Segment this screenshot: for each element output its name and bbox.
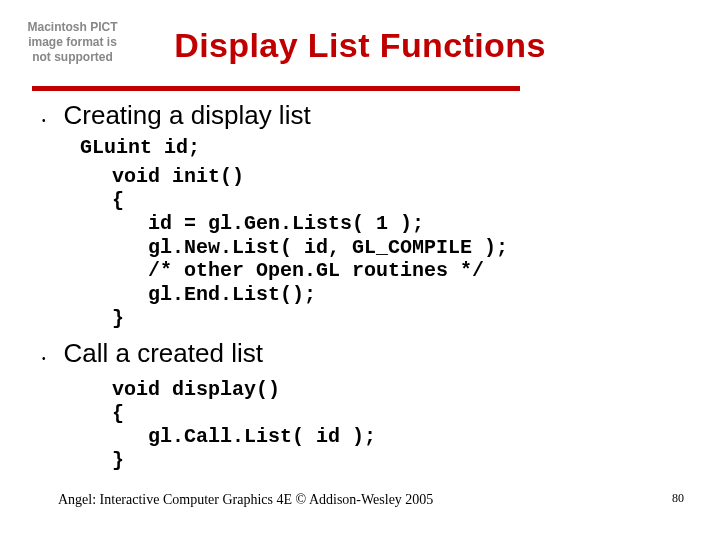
bullet-dot: • — [42, 108, 46, 134]
page-number: 80 — [672, 491, 684, 506]
slide-title: Display List Functions — [34, 26, 686, 65]
code-block: void display() { gl.Call.List( id ); } — [112, 378, 680, 472]
slide: Macintosh PICT image format is not suppo… — [0, 0, 720, 540]
slide-content: • Creating a display list GLuint id; voi… — [42, 100, 680, 473]
code-line: GLuint id; — [80, 136, 680, 159]
bullet-text: Call a created list — [64, 338, 263, 369]
bullet-row: • Call a created list — [42, 338, 680, 372]
bullet-text: Creating a display list — [64, 100, 311, 131]
code-block: void init() { id = gl.Gen.Lists( 1 ); gl… — [112, 165, 680, 330]
bullet-dot: • — [42, 346, 46, 372]
bullet-row: • Creating a display list — [42, 100, 680, 134]
title-underline — [32, 86, 520, 91]
footer-text: Angel: Interactive Computer Graphics 4E … — [58, 492, 433, 508]
pict-placeholder: Macintosh PICT image format is not suppo… — [20, 20, 125, 65]
